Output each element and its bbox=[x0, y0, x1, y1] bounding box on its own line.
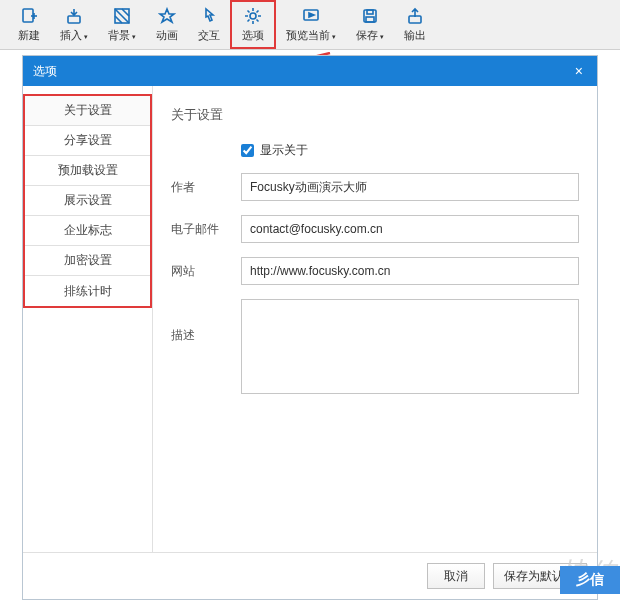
toolbar-label: 插入▾ bbox=[60, 28, 88, 43]
email-row: 电子邮件 bbox=[171, 215, 579, 243]
toolbar-label: 背景▾ bbox=[108, 28, 136, 43]
watermark-blue: 彡信 bbox=[560, 566, 620, 594]
website-input[interactable] bbox=[241, 257, 579, 285]
toolbar-insert[interactable]: 插入▾ bbox=[50, 0, 98, 49]
email-input[interactable] bbox=[241, 215, 579, 243]
sidebar-item-encrypt[interactable]: 加密设置 bbox=[25, 246, 150, 276]
toolbar-label: 保存▾ bbox=[356, 28, 384, 43]
sidebar-item-preload[interactable]: 预加载设置 bbox=[25, 156, 150, 186]
svg-rect-9 bbox=[366, 17, 374, 22]
toolbar-options[interactable]: 选项 bbox=[230, 0, 276, 49]
toolbar-interact[interactable]: 交互 bbox=[188, 0, 230, 49]
main-toolbar: 新建插入▾背景▾动画交互选项预览当前▾保存▾输出 bbox=[0, 0, 620, 50]
sidebar-item-about[interactable]: 关于设置 bbox=[25, 96, 150, 126]
background-icon bbox=[112, 6, 132, 26]
dialog-sidebar: 关于设置分享设置预加载设置展示设置企业标志加密设置排练计时 bbox=[23, 86, 153, 552]
description-row: 描述 bbox=[171, 299, 579, 394]
show-about-checkbox[interactable] bbox=[241, 144, 254, 157]
export-icon bbox=[405, 6, 425, 26]
show-about-label: 显示关于 bbox=[260, 142, 308, 159]
animation-icon bbox=[157, 6, 177, 26]
author-row: 作者 bbox=[171, 173, 579, 201]
website-row: 网站 bbox=[171, 257, 579, 285]
options-icon bbox=[243, 6, 263, 26]
toolbar-preview[interactable]: 预览当前▾ bbox=[276, 0, 346, 49]
new-icon bbox=[19, 6, 39, 26]
toolbar-export[interactable]: 输出 bbox=[394, 0, 436, 49]
description-label: 描述 bbox=[171, 299, 241, 344]
save-icon bbox=[360, 6, 380, 26]
options-dialog: 选项 × 关于设置分享设置预加载设置展示设置企业标志加密设置排练计时 关于设置 … bbox=[22, 55, 598, 600]
author-label: 作者 bbox=[171, 179, 241, 196]
cancel-button[interactable]: 取消 bbox=[427, 563, 485, 589]
dialog-title: 选项 bbox=[33, 63, 571, 80]
svg-rect-10 bbox=[409, 16, 421, 23]
website-label: 网站 bbox=[171, 263, 241, 280]
svg-rect-8 bbox=[367, 10, 373, 14]
sidebar-item-logo[interactable]: 企业标志 bbox=[25, 216, 150, 246]
toolbar-label: 选项 bbox=[242, 28, 264, 43]
dialog-content: 关于设置 显示关于 作者 电子邮件 网站 bbox=[153, 86, 597, 552]
svg-rect-3 bbox=[68, 16, 80, 23]
author-input[interactable] bbox=[241, 173, 579, 201]
toolbar-label: 预览当前▾ bbox=[286, 28, 336, 43]
toolbar-label: 输出 bbox=[404, 28, 426, 43]
sidebar-item-display[interactable]: 展示设置 bbox=[25, 186, 150, 216]
description-textarea[interactable] bbox=[241, 299, 579, 394]
toolbar-animation[interactable]: 动画 bbox=[146, 0, 188, 49]
dialog-footer: 取消 保存为默认值 bbox=[23, 552, 597, 599]
toolbar-save[interactable]: 保存▾ bbox=[346, 0, 394, 49]
show-about-row: 显示关于 bbox=[171, 142, 579, 159]
email-label: 电子邮件 bbox=[171, 221, 241, 238]
toolbar-new[interactable]: 新建 bbox=[8, 0, 50, 49]
svg-point-5 bbox=[250, 13, 256, 19]
dialog-header: 选项 × bbox=[23, 56, 597, 86]
insert-icon bbox=[64, 6, 84, 26]
close-icon[interactable]: × bbox=[571, 63, 587, 79]
dialog-body: 关于设置分享设置预加载设置展示设置企业标志加密设置排练计时 关于设置 显示关于 … bbox=[23, 86, 597, 552]
sidebar-item-rehearse[interactable]: 排练计时 bbox=[25, 276, 150, 306]
toolbar-label: 动画 bbox=[156, 28, 178, 43]
sidebar-highlight-box: 关于设置分享设置预加载设置展示设置企业标志加密设置排练计时 bbox=[23, 94, 152, 308]
sidebar-item-share[interactable]: 分享设置 bbox=[25, 126, 150, 156]
interact-icon bbox=[199, 6, 219, 26]
preview-icon bbox=[301, 6, 321, 26]
toolbar-label: 交互 bbox=[198, 28, 220, 43]
toolbar-label: 新建 bbox=[18, 28, 40, 43]
toolbar-background[interactable]: 背景▾ bbox=[98, 0, 146, 49]
section-title: 关于设置 bbox=[171, 106, 579, 124]
